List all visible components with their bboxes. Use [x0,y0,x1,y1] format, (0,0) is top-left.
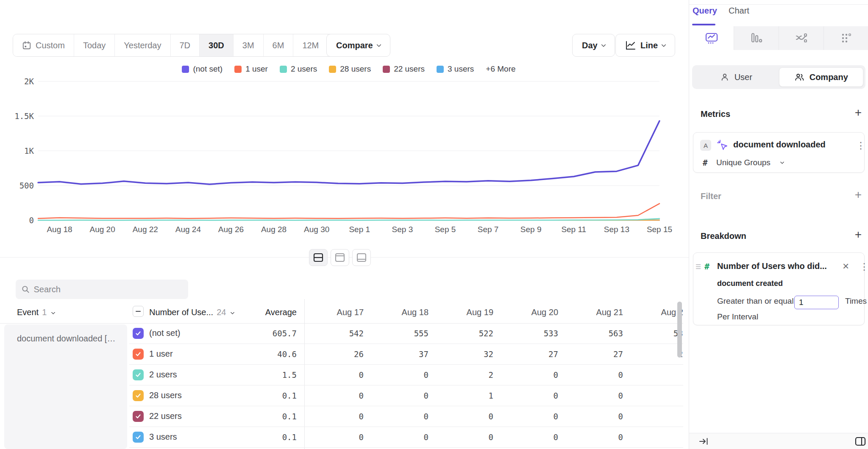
svg-text:Aug 20: Aug 20 [90,225,115,234]
cell-value: 0 [493,370,558,380]
breakdown-heading: Breakdown [701,231,746,241]
cell-value: 563 [558,329,623,338]
select-all-checkbox[interactable] [133,306,144,317]
date-column-header: Aug 17 [299,308,364,317]
cell-value: 542 [299,329,364,338]
chart-type-grid-tab[interactable] [823,26,868,50]
average-value: 0.1 [233,391,297,400]
cell-value: 0 [428,412,493,421]
remove-breakdown-button[interactable]: × [843,261,849,272]
panel-footer [689,433,868,449]
svg-text:1K: 1K [24,146,34,155]
scope-company[interactable]: Company [779,67,864,87]
chevron-down-icon [780,160,785,164]
svg-text:0: 0 [29,216,34,225]
cell-value: 37 [364,349,428,359]
chevron-down-icon [51,310,56,315]
table-row: 22 users0.1000000 [0,406,683,427]
cell-value: 0 [493,391,558,400]
series-checkbox[interactable] [133,411,144,422]
series-label: (not set) [149,328,180,338]
date-column-header: Aug 22 [623,308,683,317]
chart-type-bar-tab[interactable] [734,26,779,50]
metric-menu-button[interactable]: ⋮ [856,141,865,150]
breakdown-hash-icon: # [704,261,709,272]
svg-text:Sep 15: Sep 15 [647,225,672,234]
series-checkbox[interactable] [133,328,144,339]
series-line-1-user [38,204,659,219]
cell-value: 0 [623,412,683,421]
scope-user[interactable]: User [694,67,778,87]
breakdown-menu-button[interactable]: ⋮ [860,262,868,272]
cell-value: 26 [299,349,364,359]
layout-table-only-button[interactable] [352,249,371,266]
scope-company-label: Company [810,72,848,82]
add-metric-button[interactable]: + [852,106,865,119]
cell-value: 0 [623,370,683,380]
cell-value: 2 [428,370,493,380]
layout-chart-only-button[interactable] [331,249,349,266]
series-checkbox[interactable] [133,390,144,401]
breakdown-card[interactable]: ☰ # Number of Users who did... × ⋮ docum… [693,252,865,325]
svg-text:Aug 22: Aug 22 [133,225,158,234]
cell-value: 0 [364,432,428,442]
event-column-header[interactable]: Event1 [17,308,55,317]
cell-value: 0 [623,432,683,442]
add-filter-button[interactable]: + [852,188,865,202]
add-breakdown-button[interactable]: + [852,228,865,241]
analytics-app: CustomTodayYesterday7D30D3M6M12MXTD Comp… [0,0,868,449]
metric-event-name: document downloaded [733,140,826,150]
cell-value: 533 [493,329,558,338]
svg-text:Sep 1: Sep 1 [349,225,370,234]
chart-type-flow-tab[interactable] [779,26,823,50]
drag-handle-icon[interactable]: ☰ [696,263,701,271]
collapse-panel-icon[interactable] [699,437,709,446]
table-scrollbar[interactable] [677,302,682,358]
measure-hash-icon: # [703,158,707,167]
table-row: 1 user40.6263732272728 [0,344,683,365]
series-checkbox[interactable] [133,369,144,380]
panel-top-border [689,4,868,5]
metric-card[interactable]: A document downloaded ⋮ # Unique Groups [693,132,865,173]
svg-text:Sep 9: Sep 9 [520,225,542,234]
cell-value: 0 [299,370,364,380]
date-column-header: Aug 21 [558,308,623,317]
cell-value: 522 [428,329,493,338]
average-value: 0.1 [233,432,297,442]
layout-toggle-group [309,249,371,266]
average-value: 0.1 [233,412,297,421]
chart-type-line-tab[interactable] [689,26,734,50]
average-value: 40.6 [233,349,297,359]
bar-chart-icon [751,32,762,44]
cell-value: 0 [299,432,364,442]
measure-dropdown[interactable]: Unique Groups [716,158,771,167]
average-value: 605.7 [233,329,297,338]
cell-value: 28 [623,349,683,359]
breakdown-value-input[interactable] [794,296,839,309]
flow-chart-icon [795,33,808,44]
filter-heading: Filter [701,191,721,201]
svg-text:Sep 13: Sep 13 [604,225,629,234]
active-tab-underline [692,24,715,25]
date-column-header: Aug 18 [364,308,428,317]
cell-value: 0 [299,412,364,421]
line-chart-icon [705,32,718,44]
tab-chart[interactable]: Chart [729,6,749,16]
cell-value: 555 [364,329,428,338]
cell-value: 0 [299,391,364,400]
svg-text:1.5K: 1.5K [14,111,34,121]
tab-query[interactable]: Query [693,6,717,16]
svg-text:Sep 11: Sep 11 [561,225,586,234]
series-label: 1 user [149,349,173,359]
search-input[interactable] [34,285,183,294]
layout-split-button[interactable] [309,249,328,266]
line-chart: 05001K1.5K2KAug 18Aug 20Aug 22Aug 24Aug … [0,0,689,237]
group-column-header[interactable]: Number of Use...24 [149,308,234,317]
cell-value: 0 [493,412,558,421]
svg-text:Aug 28: Aug 28 [261,225,287,234]
toggle-side-panel-icon[interactable] [855,437,866,446]
search-icon [22,285,30,294]
series-checkbox[interactable] [133,349,144,360]
metrics-heading: Metrics [701,109,730,119]
series-checkbox[interactable] [133,432,144,443]
